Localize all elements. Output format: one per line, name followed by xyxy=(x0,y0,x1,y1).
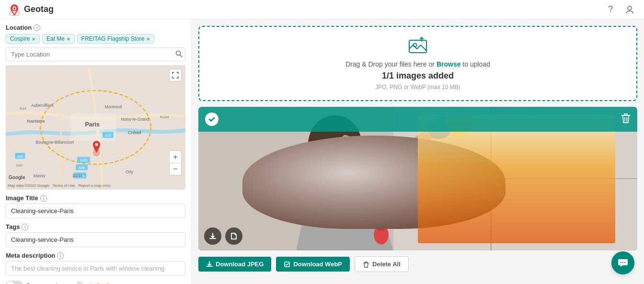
upload-hint: JPG, PNG or WebP (max 10 MB) xyxy=(375,84,460,91)
download-jpeg-button[interactable]: Download JPEG xyxy=(198,257,271,272)
image-card-bottom-actions xyxy=(204,227,242,245)
main-layout: Location i Cospire × Eat Me × FREITAG Fl… xyxy=(0,19,644,284)
go-pro-button[interactable]: ★ Go Pro xyxy=(88,282,116,284)
svg-text:Montreuil: Montreuil xyxy=(105,104,122,109)
compress-toggle[interactable] xyxy=(6,281,23,284)
tag-chip-freitag-close[interactable]: × xyxy=(146,36,150,42)
download-webp-button[interactable]: Download WebP xyxy=(276,257,350,272)
map-svg: Paris A14 N12 A86 N118 E15 N104 A86 N118… xyxy=(6,65,185,190)
browse-link[interactable]: Browse xyxy=(437,60,461,68)
tags-label: Tags i xyxy=(6,223,185,230)
image-title-input[interactable] xyxy=(6,204,185,218)
bottom-row: Compress Image i ★ Go Pro xyxy=(6,281,185,284)
svg-line-4 xyxy=(180,55,182,57)
svg-text:E15: E15 xyxy=(105,134,111,137)
image-download-button[interactable] xyxy=(204,227,221,245)
help-button[interactable]: ? xyxy=(604,3,617,16)
logo-text: Geotag xyxy=(24,4,54,14)
svg-text:Nanterre: Nanterre xyxy=(27,118,45,124)
svg-text:Boulogne-Billancourt: Boulogne-Billancourt xyxy=(36,140,74,145)
map-attribution: Map data ©2022 Google Terms of Use Repor… xyxy=(8,183,111,188)
help-icon: ? xyxy=(608,4,613,14)
image-file-button[interactable] xyxy=(225,227,242,245)
download-jpeg-icon xyxy=(206,261,213,268)
tags-input[interactable] xyxy=(6,232,185,247)
tag-chip-freitag: FREITAG Flagship Store × xyxy=(77,34,154,44)
right-panel: Drag & Drop your files here or Browse to… xyxy=(192,19,644,284)
download-jpeg-label: Download JPEG xyxy=(216,261,264,268)
go-pro-star-icon: ★ xyxy=(88,282,93,284)
svg-rect-48 xyxy=(378,225,385,231)
tag-chip-eat-me-close[interactable]: × xyxy=(67,36,70,42)
logo: Geotag xyxy=(8,3,54,16)
upload-box[interactable]: Drag & Drop your files here or Browse to… xyxy=(198,26,637,101)
file-icon xyxy=(230,232,238,240)
location-search-input[interactable] xyxy=(6,47,185,61)
location-section-label: Location i xyxy=(6,24,185,31)
svg-point-47 xyxy=(374,225,389,245)
left-panel: Location i Cospire × Eat Me × FREITAG Fl… xyxy=(0,19,192,284)
download-webp-label: Download WebP xyxy=(293,261,342,268)
logo-icon xyxy=(8,3,21,16)
search-button[interactable] xyxy=(175,50,183,59)
svg-point-52 xyxy=(624,262,625,263)
chat-icon xyxy=(617,257,629,269)
svg-text:Créteil: Créteil xyxy=(128,130,141,135)
svg-text:D444: D444 xyxy=(72,173,82,178)
svg-text:Paris: Paris xyxy=(85,121,100,128)
delete-image-button[interactable] xyxy=(621,113,631,126)
compress-toggle-wrap: Compress Image i xyxy=(6,281,83,284)
svg-text:A6B: A6B xyxy=(79,166,85,170)
svg-text:Noisy-le-Grand: Noisy-le-Grand xyxy=(121,117,149,122)
tag-chip-freitag-label: FREITAG Flagship Store xyxy=(81,35,145,42)
svg-point-35 xyxy=(95,143,98,146)
svg-point-51 xyxy=(622,262,623,263)
image-title-group: Image Title i xyxy=(6,194,185,218)
tag-chip-cospire-close[interactable]: × xyxy=(32,36,35,42)
image-card-overlay-top xyxy=(198,107,637,132)
svg-text:Orly: Orly xyxy=(126,170,134,174)
meta-desc-input[interactable] xyxy=(6,261,185,276)
go-pro-label: Go Pro xyxy=(95,282,116,284)
trash-icon xyxy=(621,113,631,124)
search-icon xyxy=(175,50,183,57)
delete-all-button[interactable]: Delete All xyxy=(355,256,409,272)
location-tags-row: Cospire × Eat Me × FREITAG Flagship Stor… xyxy=(6,34,185,44)
compress-info-icon[interactable]: i xyxy=(76,282,83,284)
meta-desc-label: Meta description i xyxy=(6,252,185,259)
zoom-in-button[interactable]: + xyxy=(169,150,182,163)
delete-all-icon xyxy=(363,261,369,268)
tag-chip-cospire-label: Cospire xyxy=(10,35,30,42)
header-actions: ? xyxy=(604,3,636,16)
tag-chip-eat-me-label: Eat Me xyxy=(46,35,65,42)
map-controls: + − xyxy=(169,150,182,175)
svg-text:A14: A14 xyxy=(20,106,26,111)
tags-info-icon[interactable]: i xyxy=(22,224,28,230)
svg-text:A86: A86 xyxy=(16,163,23,168)
location-info-icon[interactable]: i xyxy=(34,24,40,31)
image-title-info-icon[interactable]: i xyxy=(40,195,47,202)
svg-point-1 xyxy=(13,7,15,9)
zoom-out-button[interactable]: − xyxy=(169,163,182,175)
user-icon xyxy=(625,5,634,14)
download-icon xyxy=(209,232,217,240)
compress-label: Compress Image xyxy=(26,282,73,284)
svg-point-50 xyxy=(621,262,621,263)
map-fullscreen-button[interactable] xyxy=(169,69,182,81)
tag-chip-eat-me: Eat Me × xyxy=(42,34,75,44)
svg-point-3 xyxy=(176,51,181,55)
fullscreen-icon xyxy=(172,72,179,79)
tags-group: Tags i xyxy=(6,223,185,247)
svg-text:A106: A106 xyxy=(80,159,88,162)
tag-chip-cospire: Cospire × xyxy=(6,34,40,44)
google-logo: Google xyxy=(9,175,25,180)
meta-desc-info-icon[interactable]: i xyxy=(57,252,64,259)
map-container[interactable]: Paris A14 N12 A86 N118 E15 N104 A86 N118… xyxy=(6,65,185,190)
upload-count: 1/1 images added xyxy=(382,71,454,81)
chat-bubble-button[interactable] xyxy=(611,251,634,274)
image-card xyxy=(198,107,637,250)
svg-text:N104: N104 xyxy=(160,115,169,119)
user-button[interactable] xyxy=(623,3,636,16)
meta-desc-group: Meta description i xyxy=(6,252,185,276)
svg-text:Aubervilliers: Aubervilliers xyxy=(31,103,54,108)
